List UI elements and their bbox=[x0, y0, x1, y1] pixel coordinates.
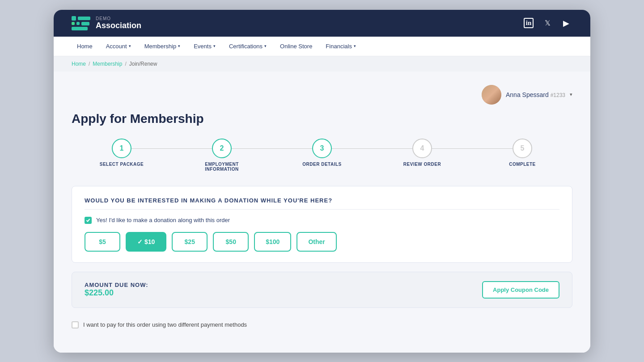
donation-card: WOULD YOU BE INTERESTED IN MAKING A DONA… bbox=[72, 186, 572, 263]
amount-label: AMOUNT DUE NOW: bbox=[85, 282, 148, 288]
logo-dot-3 bbox=[76, 22, 80, 25]
main-content: Anna Spessard #1233 ▾ Apply for Membersh… bbox=[54, 72, 590, 353]
top-header: DEMO Association in 𝕏 ▶ bbox=[54, 10, 590, 37]
breadcrumb: Home / Membership / Join/Renew bbox=[72, 61, 572, 67]
page-title: Apply for Membership bbox=[72, 112, 572, 126]
step-2: 2 EMPLOYMENT INFORMATION bbox=[172, 139, 272, 172]
step-circle-5: 5 bbox=[513, 139, 532, 158]
payment-label: I want to pay for this order using two d… bbox=[83, 321, 247, 328]
avatar bbox=[482, 85, 501, 105]
breadcrumb-sep-1: / bbox=[89, 61, 90, 67]
user-name-text: Anna Spessard bbox=[506, 91, 549, 98]
nav-certifications-arrow: ▾ bbox=[264, 44, 267, 48]
payment-row: I want to pay for this order using two d… bbox=[72, 315, 572, 335]
step-4: 4 REVIEW ORDER bbox=[372, 139, 472, 167]
donation-btn-50[interactable]: $50 bbox=[213, 232, 249, 252]
steps-container: 1 SELECT PACKAGE 2 EMPLOYMENT INFORMATIO… bbox=[72, 139, 572, 172]
breadcrumb-home[interactable]: Home bbox=[72, 61, 86, 67]
user-id: #1233 bbox=[551, 92, 565, 98]
step-circle-4: 4 bbox=[412, 139, 432, 158]
user-dropdown-arrow[interactable]: ▾ bbox=[570, 92, 572, 97]
payment-checkbox[interactable] bbox=[72, 321, 79, 328]
step-circle-1: 1 bbox=[112, 139, 131, 158]
nav-events[interactable]: Events ▾ bbox=[188, 37, 221, 56]
step-circle-2: 2 bbox=[212, 139, 232, 158]
step-5: 5 COMPLETE bbox=[472, 139, 572, 167]
checkbox-row: Yes! I'd like to make a donation along w… bbox=[85, 217, 559, 224]
youtube-icon[interactable]: ▶ bbox=[560, 17, 572, 29]
checkmark-icon bbox=[86, 218, 90, 223]
breadcrumb-bar: Home / Membership / Join/Renew bbox=[54, 56, 590, 72]
user-name: Anna Spessard #1233 bbox=[506, 91, 565, 98]
logo-name-text: Association bbox=[96, 21, 141, 30]
step-label-4: REVIEW ORDER bbox=[403, 162, 441, 167]
screen-wrapper: DEMO Association in 𝕏 ▶ Home Account ▾ M… bbox=[54, 10, 590, 353]
step-1: 1 SELECT PACKAGE bbox=[72, 139, 172, 167]
nav-financials-arrow: ▾ bbox=[354, 44, 356, 48]
donation-buttons: $5 $10 $25 $50 $100 Other bbox=[85, 232, 559, 252]
avatar-image bbox=[482, 85, 501, 105]
nav-events-arrow: ▾ bbox=[213, 44, 216, 48]
nav-online-store[interactable]: Online Store bbox=[275, 37, 318, 56]
nav-certifications[interactable]: Certifications ▾ bbox=[224, 37, 272, 56]
step-label-1: SELECT PACKAGE bbox=[100, 162, 144, 167]
logo-bar-3 bbox=[72, 27, 88, 30]
nav-membership-arrow: ▾ bbox=[178, 44, 180, 48]
logo-dot-1 bbox=[72, 16, 76, 21]
donation-checkbox-label: Yes! I'd like to make a donation along w… bbox=[96, 217, 230, 223]
logo-bar-2 bbox=[81, 22, 89, 25]
step-label-2: EMPLOYMENT INFORMATION bbox=[199, 162, 244, 172]
breadcrumb-sep-2: / bbox=[125, 61, 126, 67]
logo-area: DEMO Association bbox=[72, 16, 141, 30]
step-label-5: COMPLETE bbox=[509, 162, 536, 167]
donation-title: WOULD YOU BE INTERESTED IN MAKING A DONA… bbox=[85, 197, 559, 210]
donation-btn-5[interactable]: $5 bbox=[85, 232, 120, 252]
step-circle-3: 3 bbox=[312, 139, 332, 158]
linkedin-icon[interactable]: in bbox=[522, 17, 535, 29]
breadcrumb-membership[interactable]: Membership bbox=[93, 61, 122, 67]
twitter-icon[interactable]: 𝕏 bbox=[541, 17, 554, 29]
social-icons: in 𝕏 ▶ bbox=[522, 17, 572, 29]
donation-btn-25[interactable]: $25 bbox=[172, 232, 208, 252]
logo-dot-2 bbox=[72, 22, 75, 25]
step-3: 3 ORDER DETAILS bbox=[272, 139, 372, 167]
amount-card: AMOUNT DUE NOW: $225.00 Apply Coupon Cod… bbox=[72, 272, 572, 308]
nav-membership[interactable]: Membership ▾ bbox=[139, 37, 186, 56]
logo-text: DEMO Association bbox=[96, 16, 141, 30]
donation-checkbox[interactable] bbox=[85, 217, 92, 224]
step-label-3: ORDER DETAILS bbox=[302, 162, 341, 167]
logo-demo-text: DEMO bbox=[96, 16, 141, 21]
logo-icon bbox=[72, 16, 90, 30]
main-nav: Home Account ▾ Membership ▾ Events ▾ Cer… bbox=[54, 37, 590, 56]
donation-btn-other[interactable]: Other bbox=[297, 232, 336, 252]
coupon-button[interactable]: Apply Coupon Code bbox=[482, 281, 559, 299]
nav-home[interactable]: Home bbox=[72, 37, 98, 56]
nav-account[interactable]: Account ▾ bbox=[101, 37, 136, 56]
logo-bar-1 bbox=[78, 17, 90, 20]
donation-btn-10[interactable]: $10 bbox=[126, 232, 166, 252]
nav-account-arrow: ▾ bbox=[129, 44, 131, 48]
nav-financials[interactable]: Financials ▾ bbox=[320, 37, 361, 56]
breadcrumb-current: Join/Renew bbox=[129, 61, 157, 67]
donation-btn-100[interactable]: $100 bbox=[254, 232, 291, 252]
amount-value: $225.00 bbox=[85, 288, 148, 298]
amount-left: AMOUNT DUE NOW: $225.00 bbox=[85, 282, 148, 298]
user-bar: Anna Spessard #1233 ▾ bbox=[72, 85, 572, 105]
